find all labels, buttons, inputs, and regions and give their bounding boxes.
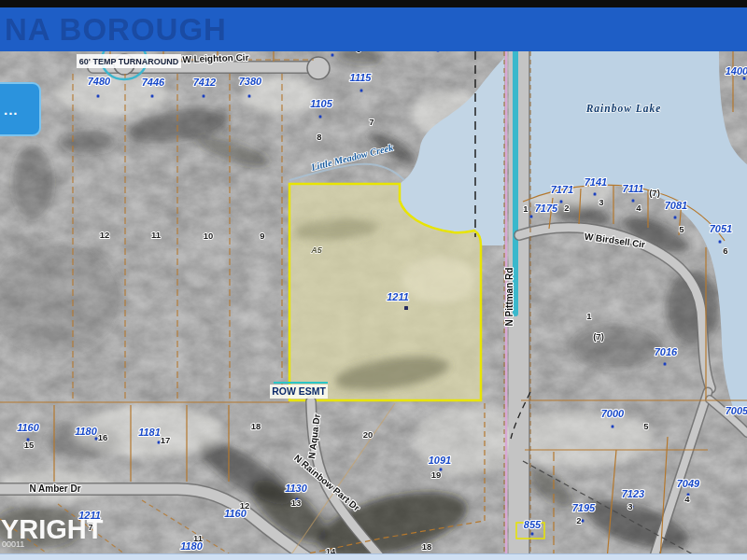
- parcel-number-label: 7412: [193, 77, 216, 88]
- parcel-number-label: 1400: [726, 65, 747, 77]
- parcel-point: [582, 520, 585, 523]
- lot-number-label: 2: [576, 515, 581, 525]
- parcel-point: [531, 533, 534, 536]
- lot-number-label: 4: [684, 494, 690, 504]
- parcel-point: [612, 426, 614, 428]
- lot-number-label: 18: [251, 421, 261, 431]
- parcel-point: [632, 200, 635, 203]
- top-black-strip: [0, 0, 747, 7]
- lot-number-label: 13: [291, 497, 302, 508]
- parcel-number-label: 7123: [622, 488, 644, 499]
- parcel-point: [560, 201, 563, 203]
- row-esmt-label: ROW ESMT: [272, 385, 326, 397]
- gis-map-viewer: 7485745173651135104014007480744674127380…: [0, 0, 747, 560]
- parcel-point: [319, 116, 322, 119]
- lot-number-label: 18: [422, 541, 432, 552]
- parcel-number-label: 7175: [535, 203, 558, 214]
- lot-number-label: 15: [24, 440, 35, 450]
- parcel-number-label: 1180: [75, 426, 98, 437]
- parcel-number-label: 855: [524, 519, 542, 530]
- parcel-number-label: 7171: [551, 184, 573, 195]
- lot-number-label: 10: [204, 231, 214, 241]
- lot-number-label: 3: [627, 501, 632, 511]
- lot-number-label: (7): [593, 331, 604, 342]
- parcel-number-label: 1105: [310, 98, 333, 109]
- lot-number-label: 4: [636, 203, 641, 213]
- parcel-number-label: 7051: [710, 223, 732, 234]
- parcel-number-label: 7005: [726, 405, 747, 416]
- lot-number-label: 5: [679, 224, 684, 234]
- parcel-point: [360, 90, 363, 92]
- selected-parcel-point: [404, 306, 408, 310]
- parcel-point: [743, 77, 746, 80]
- map-more-button[interactable]: ...: [0, 82, 41, 136]
- lot-number-label: 3: [599, 197, 603, 207]
- parcel-point: [594, 193, 597, 196]
- parcel-point: [97, 95, 100, 98]
- lot-number-label: 5: [643, 421, 649, 431]
- parcel-number-label: 7446: [142, 77, 165, 88]
- lot-number-label: 16: [98, 432, 108, 442]
- parcel-number-label: 7016: [655, 346, 678, 357]
- lot-number-label: 9: [260, 231, 264, 241]
- lot-number-label: 1: [586, 311, 592, 321]
- lot-number-label: 2: [564, 203, 569, 213]
- parcel-number-label: 1115: [350, 72, 373, 83]
- parcel-point: [248, 95, 251, 98]
- parcel-number-label: 7480: [88, 76, 111, 87]
- lake-name-label: Rainbow Lake: [585, 103, 662, 114]
- temp-turnaround-label: 60' TEMP TURNAROUND: [79, 57, 179, 66]
- road-name-label: N Amber Dr: [29, 483, 80, 494]
- lot-number-label: 7: [88, 522, 92, 532]
- parcel-point: [719, 241, 722, 244]
- parcel-number-label: 1160: [17, 422, 40, 433]
- lot-number-label: 19: [431, 469, 442, 480]
- parcel-point: [674, 217, 677, 219]
- lot-number-label: (7): [649, 188, 660, 198]
- parcel-number-label: 7380: [239, 76, 262, 87]
- lot-number-label: 20: [363, 429, 374, 440]
- parcel-number-label: 7081: [665, 200, 687, 211]
- parcel-number-label: 7111: [623, 183, 644, 194]
- lot-number-label: 12: [240, 500, 250, 511]
- lot-number-label: 11: [151, 230, 162, 240]
- lot-number-label: 1: [523, 203, 529, 214]
- lot-number-label: 8: [317, 132, 321, 142]
- parcel-number-label: 7000: [601, 408, 625, 419]
- selected-parcel-number: 1211: [387, 291, 409, 302]
- bottom-panel-edge: [0, 553, 747, 560]
- parcel-number-label: 7141: [585, 176, 607, 188]
- lot-number-label: 6: [723, 245, 727, 256]
- map-canvas[interactable]: 7485745173651135104014007480744674127380…: [0, 0, 747, 560]
- app-title: NA BOROUGH: [5, 12, 227, 48]
- parcel-point: [331, 54, 334, 57]
- parcel-number-label: 7195: [572, 502, 596, 513]
- road-name-label: N Pittman Rd: [504, 268, 514, 327]
- parcel-number-label: 1211: [78, 510, 101, 521]
- leighton-roundabout: [307, 57, 330, 79]
- lot-number-label: 12: [100, 230, 110, 240]
- parcel-point: [530, 216, 533, 218]
- parcel-point: [664, 363, 667, 366]
- parcel-number-label: 1091: [429, 455, 451, 466]
- app-header: NA BOROUGH: [0, 7, 747, 51]
- parcel-point: [203, 95, 205, 98]
- area-label: A5: [310, 245, 322, 255]
- lot-number-label: 17: [161, 435, 171, 445]
- parcel-number-label: 7049: [677, 478, 700, 489]
- lot-number-label: 11: [193, 533, 204, 543]
- lot-number-label: 7: [369, 117, 374, 127]
- parcel-number-label: 1130: [285, 483, 308, 494]
- parcel-point: [151, 95, 154, 98]
- parcel-number-label: 1181: [138, 427, 161, 438]
